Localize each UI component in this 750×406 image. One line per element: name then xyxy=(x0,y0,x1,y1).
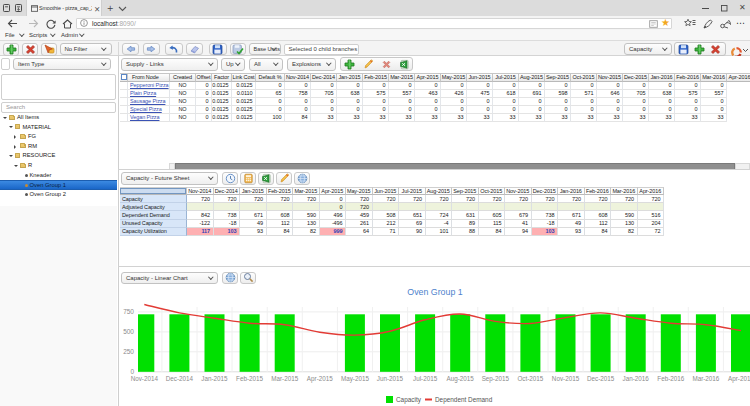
svg-text:Jun-2015: Jun-2015 xyxy=(377,375,404,382)
svg-text:750: 750 xyxy=(123,308,134,315)
svg-text:Jan-2015: Jan-2015 xyxy=(201,375,228,382)
svg-text:Oven Group 1: Oven Group 1 xyxy=(407,287,462,297)
svg-text:250: 250 xyxy=(123,348,134,355)
svg-text:Apr-2016: Apr-2016 xyxy=(728,375,750,383)
svg-text:Dec-2015: Dec-2015 xyxy=(587,375,615,382)
svg-text:Apr-2015: Apr-2015 xyxy=(307,375,333,383)
svg-text:Nov-2014: Nov-2014 xyxy=(131,375,159,382)
svg-text:Feb-2016: Feb-2016 xyxy=(657,375,684,382)
svg-text:Capacity: Capacity xyxy=(396,396,422,404)
svg-text:Feb-2015: Feb-2015 xyxy=(236,375,263,382)
svg-text:500: 500 xyxy=(123,328,134,335)
svg-text:Jul-2015: Jul-2015 xyxy=(413,375,438,382)
svg-text:Sep-2015: Sep-2015 xyxy=(482,375,510,383)
svg-text:Dec-2014: Dec-2014 xyxy=(166,375,194,382)
svg-text:Oct-2015: Oct-2015 xyxy=(517,375,543,382)
svg-text:Nov-2015: Nov-2015 xyxy=(552,375,580,382)
svg-text:Aug-2015: Aug-2015 xyxy=(447,375,475,383)
svg-text:Mar-2015: Mar-2015 xyxy=(271,375,298,382)
svg-text:Mar-2016: Mar-2016 xyxy=(692,375,719,382)
svg-text:May-2015: May-2015 xyxy=(341,375,369,383)
svg-text:Dependent Demand: Dependent Demand xyxy=(435,396,493,404)
svg-text:Jan-2016: Jan-2016 xyxy=(623,375,650,382)
